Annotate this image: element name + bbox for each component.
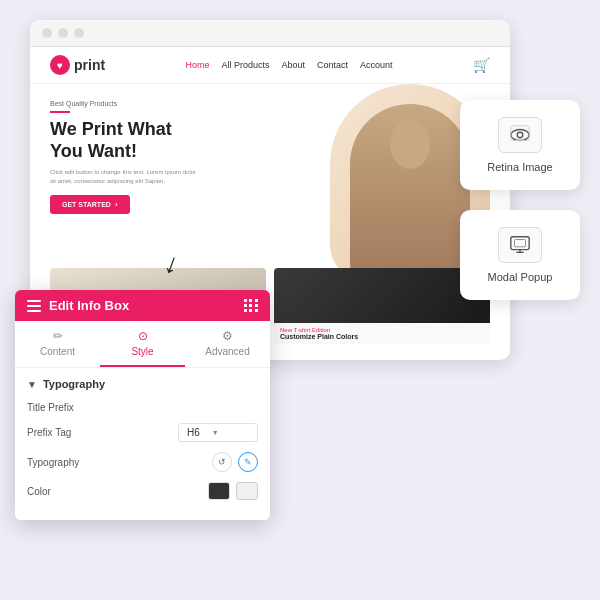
edit-panel: Edit Info Box ✏ Content ⊙ Style ⚙ Advanc…	[15, 290, 270, 520]
hero-title-line1: We Print What	[50, 119, 172, 139]
panel-header: Edit Info Box	[15, 290, 270, 321]
color-swatch-light[interactable]	[236, 482, 258, 500]
hero-title-line2: You Want!	[50, 141, 137, 161]
product-info-2: New T-shirt Edition Customize Plain Colo…	[274, 323, 490, 344]
tab-advanced[interactable]: ⚙ Advanced	[185, 321, 270, 367]
cart-icon[interactable]: 🛒	[473, 57, 490, 73]
typography-label: Typography	[27, 457, 79, 468]
section-collapse-icon[interactable]: ▼	[27, 379, 37, 390]
hamburger-icon[interactable]	[27, 300, 41, 312]
typography-edit-icon[interactable]: ✎	[238, 452, 258, 472]
tab-content[interactable]: ✏ Content	[15, 321, 100, 367]
svg-point-1	[517, 132, 523, 138]
logo-icon: ♥	[50, 55, 70, 75]
browser-toolbar	[30, 20, 510, 47]
logo-heart-icon: ♥	[57, 60, 63, 71]
nav-about[interactable]: About	[282, 60, 306, 70]
tab-style[interactable]: ⊙ Style	[100, 321, 185, 367]
advanced-tab-icon: ⚙	[222, 329, 233, 343]
typography-buttons: ↺ ✎	[212, 452, 258, 472]
hero-tag: Best Quality Products	[50, 100, 490, 107]
modal-popup-label: Modal Popup	[488, 271, 553, 283]
panel-title: Edit Info Box	[49, 298, 129, 313]
nav-contact[interactable]: Contact	[317, 60, 348, 70]
tab-content-label: Content	[40, 346, 75, 357]
site-logo: ♥ print	[50, 55, 105, 75]
site-nav: ♥ print Home All Products About Contact …	[30, 47, 510, 84]
typography-control: ↺ ✎	[212, 452, 258, 472]
tab-style-label: Style	[131, 346, 153, 357]
content-tab-icon: ✏	[53, 329, 63, 343]
retina-image-icon	[498, 117, 542, 153]
logo-text: print	[74, 57, 105, 73]
prefix-tag-value: H6	[187, 427, 200, 438]
hero-cta-button[interactable]: GET STARTED ›	[50, 195, 130, 214]
product-image-2	[274, 268, 490, 323]
section-title: Typography	[43, 378, 105, 390]
prefix-tag-label: Prefix Tag	[27, 427, 71, 438]
prefix-tag-row: Prefix Tag H6 ▼	[27, 423, 258, 442]
tab-advanced-label: Advanced	[205, 346, 249, 357]
grid-icon[interactable]	[244, 299, 258, 312]
color-swatch-dark[interactable]	[208, 482, 230, 500]
prefix-tag-select[interactable]: H6 ▼	[178, 423, 258, 442]
color-control	[208, 482, 258, 500]
panel-header-left: Edit Info Box	[27, 298, 129, 313]
hero-cta-label: GET STARTED	[62, 201, 111, 208]
svg-rect-4	[515, 240, 526, 247]
style-tab-icon: ⊙	[138, 329, 148, 343]
nav-products[interactable]: All Products	[222, 60, 270, 70]
prefix-tag-control: H6 ▼	[178, 423, 258, 442]
browser-dot-3	[74, 28, 84, 38]
svg-rect-3	[511, 237, 529, 250]
retina-image-label: Retina Image	[487, 161, 552, 173]
panel-content: ▼ Typography Title Prefix Prefix Tag H6 …	[15, 368, 270, 520]
monitor-icon	[509, 234, 531, 256]
modal-popup-card[interactable]: Modal Popup	[460, 210, 580, 300]
title-prefix-row: Title Prefix	[27, 402, 258, 413]
panel-tabs: ✏ Content ⊙ Style ⚙ Advanced	[15, 321, 270, 368]
arrow-right-icon: ›	[115, 200, 118, 209]
site-hero: Best Quality Products We Print What You …	[30, 84, 510, 284]
hero-text: Best Quality Products We Print What You …	[50, 100, 490, 276]
section-header: ▼ Typography	[27, 378, 258, 390]
typography-row: Typography ↺ ✎	[27, 452, 258, 472]
eye-icon	[509, 124, 531, 146]
browser-dot-2	[58, 28, 68, 38]
nav-links: Home All Products About Contact Account	[185, 60, 392, 70]
color-row: Color	[27, 482, 258, 500]
product-card-2[interactable]: New T-shirt Edition Customize Plain Colo…	[274, 268, 490, 344]
nav-account[interactable]: Account	[360, 60, 393, 70]
hero-line	[50, 111, 70, 113]
color-label: Color	[27, 486, 51, 497]
nav-home[interactable]: Home	[185, 60, 209, 70]
hero-description: Click edit button to change this text. L…	[50, 168, 200, 185]
color-swatches	[208, 482, 258, 500]
svg-point-0	[511, 130, 529, 141]
browser-dot-1	[42, 28, 52, 38]
retina-image-card[interactable]: Retina Image	[460, 100, 580, 190]
hero-title: We Print What You Want!	[50, 119, 490, 162]
modal-popup-icon	[498, 227, 542, 263]
product-name-2: Customize Plain Colors	[280, 333, 484, 340]
select-chevron-icon: ▼	[212, 429, 219, 436]
title-prefix-label: Title Prefix	[27, 402, 74, 413]
typography-reset-icon[interactable]: ↺	[212, 452, 232, 472]
